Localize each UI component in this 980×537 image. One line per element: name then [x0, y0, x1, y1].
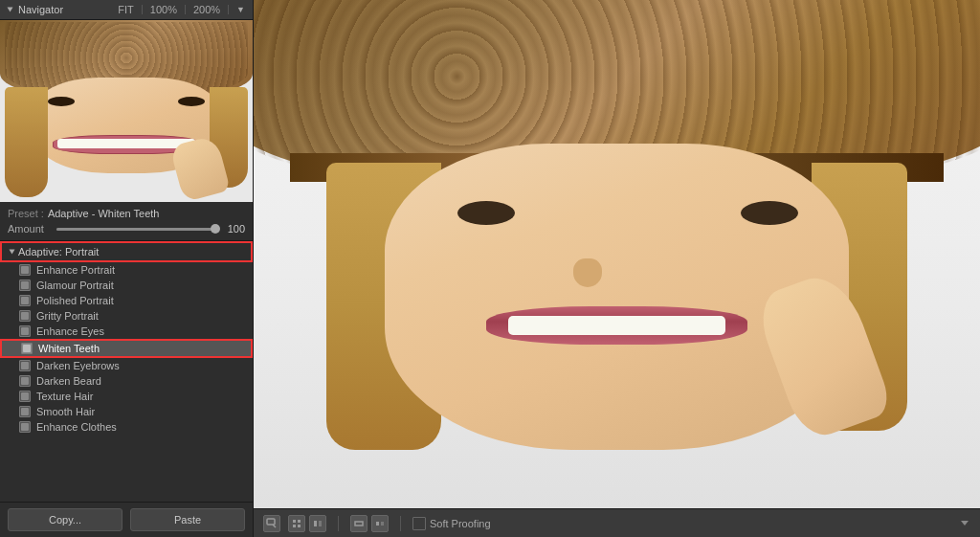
svg-rect-8	[355, 522, 363, 526]
svg-rect-2	[293, 520, 296, 523]
list-item[interactable]: Darken Beard	[0, 373, 253, 389]
list-item[interactable]: Enhance Eyes	[0, 324, 253, 339]
preset-item-label: Enhance Clothes	[36, 421, 117, 433]
fit-label[interactable]: FIT	[118, 4, 134, 15]
portrait-eye-left	[457, 201, 515, 225]
portrait-nose	[573, 258, 602, 287]
list-item[interactable]: Darken Eyebrows	[0, 358, 253, 373]
toolbar-grid-icons	[288, 515, 326, 532]
preset-item-icon	[19, 406, 31, 417]
preset-item-icon	[19, 360, 31, 371]
portrait-teeth	[508, 316, 726, 335]
compare-icon[interactable]	[309, 515, 326, 532]
grid-icon[interactable]	[288, 515, 305, 532]
preset-item-icon	[19, 421, 31, 433]
svg-rect-10	[381, 522, 384, 526]
nav-separator	[142, 5, 143, 14]
copy-button[interactable]: Copy...	[8, 508, 122, 531]
svg-rect-4	[293, 525, 296, 527]
loupe-icon[interactable]	[263, 515, 280, 532]
preset-item-label: Darken Eyebrows	[36, 360, 120, 371]
preset-item-label: Smooth Hair	[36, 406, 95, 417]
toolbar-separator-2	[400, 516, 401, 531]
preset-controls: Preset : Adaptive - Whiten Teeth Amount …	[0, 202, 253, 241]
list-item[interactable]: Gritty Portrait	[0, 308, 253, 324]
navigator-controls: FIT 100% 200% ▼	[118, 4, 245, 15]
amount-slider[interactable]	[56, 228, 215, 231]
zoom-100[interactable]: 100%	[150, 4, 177, 15]
thumb-face-container	[0, 20, 253, 202]
preset-item-label-whiten-teeth: Whiten Teeth	[38, 343, 100, 354]
preset-row: Preset : Adaptive - Whiten Teeth	[8, 208, 245, 219]
nav-separator-2	[185, 5, 186, 14]
photo-canvas	[254, 0, 980, 508]
amount-thumb	[211, 224, 220, 234]
svg-rect-6	[314, 521, 317, 526]
preset-item-icon	[19, 375, 31, 387]
svg-rect-9	[376, 522, 379, 526]
amount-row: Amount 100	[8, 223, 245, 235]
zoom-200[interactable]: 200%	[193, 4, 220, 15]
preset-item-label: Polished Portrait	[36, 295, 114, 306]
preset-item-icon	[19, 280, 31, 291]
navigator-thumbnail	[0, 20, 253, 202]
navigator-header: Navigator FIT 100% 200% ▼	[0, 0, 253, 20]
navigator-title: Navigator	[18, 4, 112, 15]
bottom-buttons: Copy... Paste	[0, 502, 253, 537]
view-icon-2[interactable]	[371, 515, 389, 532]
preset-item-icon-active	[21, 343, 33, 354]
paste-button[interactable]: Paste	[130, 508, 245, 531]
list-item-whiten-teeth[interactable]: Whiten Teeth	[0, 339, 253, 358]
preset-item-icon	[19, 325, 31, 337]
list-item[interactable]: Polished Portrait	[0, 293, 253, 308]
amount-slider-fill	[56, 228, 215, 231]
amount-label: Amount	[8, 223, 51, 235]
main-layout: Navigator FIT 100% 200% ▼	[0, 0, 980, 537]
svg-rect-3	[298, 520, 301, 523]
preset-group-header[interactable]: Adaptive: Portrait	[0, 241, 253, 262]
soft-proofing-checkbox[interactable]	[412, 517, 426, 530]
preset-item-label: Gritty Portrait	[36, 310, 99, 322]
list-item[interactable]: Glamour Portrait	[0, 278, 253, 293]
svg-rect-7	[319, 521, 322, 526]
preset-item-label: Darken Beard	[36, 375, 101, 387]
soft-proofing-label: Soft Proofing	[430, 518, 491, 529]
preset-item-label: Texture Hair	[36, 391, 93, 402]
chevron-down-icon	[961, 521, 969, 526]
presets-list: Adaptive: Portrait Enhance Portrait Glam…	[0, 241, 253, 502]
thumb-teeth	[57, 139, 195, 148]
preset-item-label: Enhance Portrait	[36, 264, 115, 276]
preset-item-icon	[19, 310, 31, 322]
thumb-eye-left	[48, 97, 75, 106]
portrait-container	[254, 0, 980, 508]
photo-area: Soft Proofing	[254, 0, 980, 537]
preset-item-icon	[19, 264, 31, 276]
svg-line-1	[273, 525, 276, 527]
amount-value: 100	[221, 223, 245, 235]
chevron-down-icon[interactable]: ▼	[236, 5, 245, 14]
svg-rect-0	[267, 519, 275, 525]
toolbar-view-icons	[350, 515, 389, 532]
svg-rect-5	[298, 525, 301, 527]
preset-item-icon	[19, 391, 31, 402]
toolbar-separator-1	[338, 516, 339, 531]
expand-triangle-icon	[10, 250, 15, 255]
preset-item-label: Glamour Portrait	[36, 280, 114, 291]
portrait-eye-right	[741, 201, 798, 225]
view-icon-1[interactable]	[350, 515, 368, 532]
list-item[interactable]: Enhance Portrait	[0, 262, 253, 278]
thumb-eye-right	[178, 97, 205, 106]
left-panel: Navigator FIT 100% 200% ▼	[0, 0, 254, 537]
thumb-hair-left	[5, 87, 48, 197]
preset-item-icon	[19, 295, 31, 306]
toolbar-dropdown-icon[interactable]	[959, 518, 970, 529]
preset-item-label: Enhance Eyes	[36, 325, 104, 337]
preset-value: Adaptive - Whiten Teeth	[48, 208, 160, 219]
preset-group-name: Adaptive: Portrait	[18, 246, 99, 257]
list-item[interactable]: Enhance Clothes	[0, 419, 253, 435]
list-item[interactable]: Smooth Hair	[0, 404, 253, 419]
list-item[interactable]: Texture Hair	[0, 389, 253, 404]
bottom-toolbar: Soft Proofing	[254, 508, 980, 537]
soft-proofing-group: Soft Proofing	[412, 517, 491, 530]
nav-separator-3	[228, 5, 229, 14]
